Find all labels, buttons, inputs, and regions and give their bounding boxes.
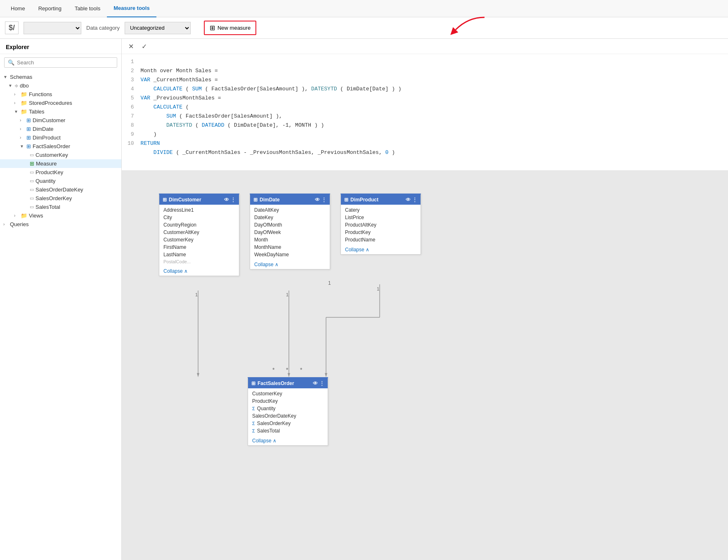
new-measure-button[interactable]: ⊞ New measure	[204, 21, 256, 35]
stored-procedures-item[interactable]: › 📁 StoredProcedures	[0, 99, 121, 107]
field-row: ProductName	[341, 236, 421, 243]
editor-cancel-button[interactable]: ✕	[126, 41, 136, 51]
tables-item[interactable]: ▼ 📁 Tables	[0, 107, 121, 116]
field-row: Σ SalesTotal	[248, 427, 328, 435]
field-icon-salestotal: ▭	[30, 204, 34, 210]
main-container: Explorer 🔍 ▼ Schemas ▼ ⎆ dbo › 📁 Functio…	[0, 39, 728, 560]
dollar-icon: $/	[9, 24, 15, 32]
dimdate-body: DateAltKey DateKey DayOfMonth DayOfWeek …	[250, 205, 330, 260]
dimdate-card-header: ⊞ DimDate 👁 ⋮	[250, 195, 330, 205]
table-icon-dimproduct: ⊞	[26, 135, 31, 141]
code-area[interactable]: 12345 678910 Month over Month Sales = VA…	[122, 54, 728, 170]
dimdate-eye-btn[interactable]: 👁	[315, 197, 320, 203]
svg-text:1: 1	[195, 292, 198, 297]
field-icon-salesorderkey: ▭	[30, 196, 34, 201]
field-icon-quantity: ▭	[30, 178, 34, 184]
field-row: LastName	[159, 251, 239, 258]
table-card-dimdate[interactable]: ⊞ DimDate 👁 ⋮ DateAltKey DateKey DayOfMo…	[250, 194, 330, 269]
field-salesorderkey[interactable]: ▭ SalesOrderKey	[0, 194, 121, 203]
toolbar: $/ Data category Uncategorized ⊞ New mea…	[0, 17, 728, 39]
tables-chevron: ▼	[14, 109, 19, 114]
table-icon-dimdate: ⊞	[26, 126, 31, 132]
field-customerkey[interactable]: ▭ CustomerKey	[0, 151, 121, 159]
factsalesorder-collapse-btn[interactable]: Collapse ∧	[248, 436, 328, 445]
nav-reporting[interactable]: Reporting	[32, 0, 68, 17]
svg-text:1: 1	[377, 286, 379, 291]
dimcustomer-more-btn[interactable]: ⋮	[231, 197, 236, 203]
dimcustomer-title: DimCustomer	[169, 197, 201, 203]
functions-chevron: ›	[14, 92, 19, 97]
table-dimdate[interactable]: › ⊞ DimDate	[0, 125, 121, 133]
editor-toolbar: ✕ ✓	[122, 39, 728, 54]
search-icon: 🔍	[8, 59, 14, 66]
functions-item[interactable]: › 📁 Functions	[0, 90, 121, 99]
schemas-label: Schemas	[10, 74, 32, 80]
factsalesorder-title: FactSalesOrder	[258, 380, 294, 386]
table-grid-icon: ⊞	[251, 380, 255, 386]
line-numbers: 12345 678910	[122, 54, 137, 170]
dimdate-collapse-btn[interactable]: Collapse ∧	[250, 260, 330, 269]
dbo-item[interactable]: ▼ ⎆ dbo	[0, 81, 121, 90]
field-salesorderdatekey[interactable]: ▭ SalesOrderDateKey	[0, 185, 121, 194]
new-measure-label: New measure	[217, 25, 251, 31]
data-category-dropdown[interactable]: Uncategorized	[125, 22, 191, 34]
dollar-button[interactable]: $/	[5, 21, 19, 34]
factsalesorder-eye-btn[interactable]: 👁	[313, 380, 318, 386]
dbo-label: dbo	[20, 83, 29, 89]
field-row: CustomerKey	[248, 390, 328, 397]
field-quantity[interactable]: ▭ Quantity	[0, 177, 121, 185]
folder-icon-functions: 📁	[21, 91, 27, 97]
schemas-item[interactable]: ▼ Schemas	[0, 73, 121, 81]
svg-marker-11	[325, 373, 327, 377]
nav-measure-tools[interactable]: Measure tools	[107, 0, 156, 17]
dimproduct-more-btn[interactable]: ⋮	[412, 197, 417, 203]
field-salesorderkey-label: SalesOrderKey	[35, 195, 72, 201]
field-productkey-label: ProductKey	[35, 169, 63, 175]
cardinality-1-dimproduct: 1	[328, 280, 331, 286]
views-chevron: ›	[14, 213, 19, 218]
table-card-factsalesorder[interactable]: ⊞ FactSalesOrder 👁 ⋮ CustomerKey Product…	[248, 377, 328, 446]
dimdate-title: DimDate	[260, 197, 280, 203]
new-measure-icon: ⊞	[210, 24, 215, 32]
dimproduct-label: DimProduct	[33, 135, 61, 141]
table-factsalesorder[interactable]: ▼ ⊞ FactSalesOrder	[0, 142, 121, 151]
dimcustomer-chevron: ›	[20, 118, 25, 123]
code-content[interactable]: Month over Month Sales = VAR _CurrentMon…	[137, 54, 728, 170]
search-box[interactable]: 🔍	[4, 57, 117, 68]
field-icon-customerkey: ▭	[30, 152, 34, 158]
field-row: DateKey	[250, 214, 330, 221]
field-productkey[interactable]: ▭ ProductKey	[0, 168, 121, 177]
field-row: Catery	[341, 206, 421, 214]
field-salestotal-label: SalesTotal	[35, 204, 60, 210]
queries-item[interactable]: › Queries	[0, 220, 121, 229]
dimproduct-collapse-btn[interactable]: Collapse ∧	[341, 245, 421, 254]
table-card-dimproduct[interactable]: ⊞ DimProduct 👁 ⋮ Catery ListPrice Produc…	[340, 194, 421, 255]
field-row: WeekDayName	[250, 251, 330, 258]
dimcustomer-eye-btn[interactable]: 👁	[224, 197, 229, 203]
field-measure[interactable]: ⊞ Measure	[0, 159, 121, 168]
dimproduct-body: Catery ListPrice ProductAltKey ProductKe…	[341, 205, 421, 245]
field-row: ProductAltKey	[341, 221, 421, 229]
diagram-area[interactable]: 1 1 1 * * * ⊞	[122, 171, 728, 560]
field-icon-salesorderdatekey: ▭	[30, 187, 34, 192]
format-dropdown[interactable]	[24, 22, 81, 34]
table-dimcustomer[interactable]: › ⊞ DimCustomer	[0, 116, 121, 125]
dimdate-more-btn[interactable]: ⋮	[321, 197, 326, 203]
dimcustomer-collapse-btn[interactable]: Collapse ∧	[159, 267, 239, 276]
table-dimproduct[interactable]: › ⊞ DimProduct	[0, 133, 121, 142]
factsalesorder-more-btn[interactable]: ⋮	[319, 380, 324, 386]
nav-table-tools[interactable]: Table tools	[68, 0, 107, 17]
search-input[interactable]	[17, 59, 113, 66]
nav-home[interactable]: Home	[4, 0, 32, 17]
field-row: City	[159, 214, 239, 221]
editor-confirm-button[interactable]: ✓	[139, 41, 149, 51]
dimproduct-eye-btn[interactable]: 👁	[406, 197, 411, 203]
field-icon-measure: ⊞	[30, 161, 34, 167]
field-row: ProductKey	[248, 397, 328, 405]
field-salesorderdatekey-label: SalesOrderDateKey	[35, 187, 83, 193]
schemas-chevron: ▼	[3, 75, 8, 79]
views-item[interactable]: › 📁 Views	[0, 211, 121, 220]
field-salestotal[interactable]: ▭ SalesTotal	[0, 203, 121, 211]
table-card-dimcustomer[interactable]: ⊞ DimCustomer 👁 ⋮ AddressLine1 City Coun…	[159, 194, 239, 276]
table-grid-icon: ⊞	[253, 197, 258, 203]
